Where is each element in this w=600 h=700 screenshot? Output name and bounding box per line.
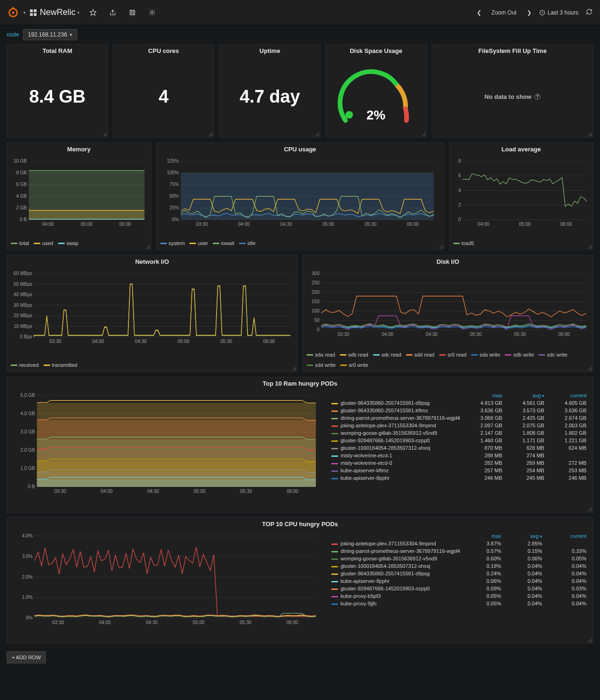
legend-item[interactable]: system bbox=[160, 240, 185, 246]
legend-item[interactable]: total bbox=[11, 240, 29, 246]
col-avg[interactable]: avg bbox=[503, 532, 544, 540]
resize-handle-icon[interactable] bbox=[315, 132, 319, 136]
table-row[interactable]: gluster-928487666-1452019903-nzpp00.09%0… bbox=[330, 585, 589, 592]
table-row[interactable]: womping-goose-gitlab-3515636912-v5nd90.6… bbox=[330, 555, 589, 562]
chart: 4.0%3.0%2.0%1.0%0%03:3004:0004:3005:0005… bbox=[11, 531, 326, 625]
legend-item[interactable]: sr0 read bbox=[439, 352, 466, 357]
table-row[interactable]: kube-proxy-b5pf30.05%0.04%0.04% bbox=[330, 592, 589, 600]
table-row[interactable]: gluster-964335860-2557415581-d9psg0.24%0… bbox=[330, 570, 589, 577]
legend-item[interactable]: sdb write bbox=[505, 352, 534, 357]
col-max[interactable]: max bbox=[462, 392, 504, 399]
table-row[interactable]: kube-apiserver-8pphr0.06%0.04%0.04% bbox=[330, 577, 589, 585]
legend-item[interactable]: iowait bbox=[213, 240, 234, 246]
panel-disk-usage[interactable]: Disk Space Usage 2% bbox=[325, 44, 427, 138]
resize-handle-icon[interactable] bbox=[587, 132, 592, 136]
legend-item[interactable]: sda read bbox=[307, 352, 335, 357]
svg-text:6 GB: 6 GB bbox=[16, 182, 27, 187]
legend-item[interactable]: swap bbox=[58, 240, 79, 246]
resize-handle-icon[interactable] bbox=[208, 132, 213, 136]
save-button[interactable] bbox=[126, 6, 139, 19]
table-row[interactable]: gluster-1000184054-2853507312-shxsj0.18%… bbox=[330, 562, 589, 570]
table-row[interactable]: gluster-964335860-2557415581-d9psg4.813 … bbox=[330, 399, 589, 407]
resize-handle-icon[interactable] bbox=[292, 366, 296, 371]
legend-item[interactable]: user bbox=[189, 240, 208, 246]
legend-item[interactable]: sr0 write bbox=[340, 362, 368, 368]
legend-item[interactable]: used bbox=[34, 240, 53, 246]
time-range-picker[interactable]: Last 3 hours bbox=[539, 9, 578, 16]
resize-handle-icon[interactable] bbox=[587, 638, 592, 642]
resize-handle-icon[interactable] bbox=[438, 244, 443, 249]
legend: load5 bbox=[450, 238, 593, 250]
col-name[interactable] bbox=[330, 532, 462, 540]
col-max[interactable]: max bbox=[462, 532, 503, 540]
time-forward-button[interactable]: ❯ bbox=[524, 7, 534, 18]
table-row[interactable]: dining-parrot-prometheus-server-36789791… bbox=[330, 414, 589, 422]
panel-ram-pods[interactable]: Top 10 Ram hungry PODs 5.0 GB4.0 GB3.0 G… bbox=[7, 377, 593, 513]
table-row[interactable]: womping-goose-gitlab-3515636912-v5nd92.1… bbox=[330, 429, 589, 437]
table-row[interactable]: gluster-1000184054-2853507312-shxsj870 M… bbox=[330, 444, 589, 452]
help-icon[interactable]: ? bbox=[534, 94, 540, 100]
panel-title: Load average bbox=[450, 143, 593, 155]
col-current[interactable]: current bbox=[544, 532, 588, 540]
svg-text:04:30: 04:30 bbox=[426, 332, 437, 337]
dashboard-picker[interactable]: NewRelic ▾ bbox=[30, 7, 80, 17]
refresh-button[interactable] bbox=[583, 7, 595, 18]
legend-item[interactable]: load5 bbox=[453, 240, 474, 246]
legend-item[interactable]: sdc write bbox=[539, 352, 567, 357]
resize-handle-icon[interactable] bbox=[587, 244, 592, 249]
table-row[interactable]: kube-apiserver-8pphr246 MB245 MB246 MB bbox=[330, 474, 589, 482]
col-current[interactable]: current bbox=[546, 392, 588, 399]
panel-fs-fillup[interactable]: FileSystem Fill Up Time No data to show … bbox=[432, 44, 593, 138]
svg-text:03:30: 03:30 bbox=[50, 339, 61, 344]
star-button[interactable] bbox=[86, 6, 99, 19]
table-row[interactable]: misty-wolverine-etcd-0282 MB269 MB272 MB bbox=[330, 459, 589, 467]
panel-cpu-usage[interactable]: CPU usage 125%100%75%50%25%0%03:3004:000… bbox=[156, 142, 444, 250]
panel-network-io[interactable]: Network I/O 60 MBps50 MBps40 MBps30 MBps… bbox=[7, 255, 298, 372]
add-row-button[interactable]: + ADD ROW bbox=[7, 651, 46, 663]
time-back-button[interactable]: ❮ bbox=[474, 7, 484, 18]
table-row[interactable]: joking-antelope-plex-3711553304-9mpmd2.0… bbox=[330, 422, 589, 429]
svg-rect-128 bbox=[37, 479, 316, 487]
chart: 10 GB8 GB6 GB4 GB2 GB0 B04:0005:0006:00 bbox=[11, 156, 147, 227]
legend-item[interactable]: received bbox=[11, 362, 39, 368]
legend-item[interactable]: idle bbox=[239, 240, 255, 246]
svg-text:06:00: 06:00 bbox=[558, 332, 570, 337]
settings-button[interactable] bbox=[145, 6, 158, 19]
share-button[interactable] bbox=[106, 6, 119, 19]
chart: 30025020015010050003:3004:0004:3005:0005… bbox=[307, 269, 589, 337]
legend-item[interactable]: sdd write bbox=[307, 362, 336, 368]
legend-item[interactable]: sdc read bbox=[373, 352, 401, 357]
grafana-logo[interactable] bbox=[5, 4, 22, 21]
legend-item[interactable]: sda write bbox=[471, 352, 500, 357]
svg-text:05:00: 05:00 bbox=[519, 222, 531, 227]
legend-item[interactable]: sdb read bbox=[340, 352, 368, 357]
zoom-out-button[interactable]: Zoom Out bbox=[489, 7, 519, 18]
legend-item[interactable]: sdd read bbox=[406, 352, 435, 357]
legend-item[interactable]: transmitted bbox=[44, 362, 77, 368]
table-row[interactable]: gluster-964335860-2557415581-kftmz3.636 … bbox=[330, 407, 589, 414]
panel-total-ram[interactable]: Total RAM 8.4 GB bbox=[7, 44, 108, 138]
panel-memory[interactable]: Memory 10 GB8 GB6 GB4 GB2 GB0 B04:0005:0… bbox=[7, 142, 151, 250]
panel-disk-io[interactable]: Disk I/O 30025020015010050003:3004:0004:… bbox=[302, 255, 593, 372]
table-row[interactable]: misty-wolverine-etcd-1288 MB274 MB bbox=[330, 452, 589, 459]
resize-handle-icon[interactable] bbox=[421, 132, 426, 136]
legend-table: max avg current joking-antelope-plex-371… bbox=[330, 532, 589, 607]
svg-text:4.0 GB: 4.0 GB bbox=[21, 411, 35, 416]
panel-uptime[interactable]: Uptime 4.7 day bbox=[219, 44, 321, 138]
panel-cpu-cores[interactable]: CPU cores 4 bbox=[113, 44, 215, 138]
resize-handle-icon[interactable] bbox=[587, 366, 592, 371]
table-row[interactable]: kube-apiserver-kftmz257 MB254 MB253 MB bbox=[330, 467, 589, 474]
resize-handle-icon[interactable] bbox=[587, 506, 592, 511]
panel-load-average[interactable]: Load average 8642004:0005:0006:00 load5 bbox=[449, 142, 594, 250]
resize-handle-icon[interactable] bbox=[145, 244, 150, 249]
table-row[interactable]: dining-parrot-prometheus-server-36789791… bbox=[330, 547, 589, 555]
table-row[interactable]: gluster-928487666-1452019903-nzpp01.460 … bbox=[330, 437, 589, 444]
col-avg[interactable]: avg bbox=[504, 392, 546, 399]
variable-node-select[interactable]: 192.168.11.236 ▾ bbox=[23, 29, 77, 40]
panel-cpu-pods[interactable]: TOP 10 CPU hungry PODs 4.0%3.0%2.0%1.0%0… bbox=[7, 517, 593, 644]
logo-dropdown-icon[interactable]: ▾ bbox=[23, 10, 26, 15]
resize-handle-icon[interactable] bbox=[102, 132, 107, 136]
table-row[interactable]: kube-proxy-9jjfc0.05%0.04%0.04% bbox=[330, 600, 589, 607]
table-row[interactable]: joking-antelope-plex-3711553304-9mpmd3.8… bbox=[330, 540, 589, 547]
col-name[interactable] bbox=[330, 392, 462, 399]
